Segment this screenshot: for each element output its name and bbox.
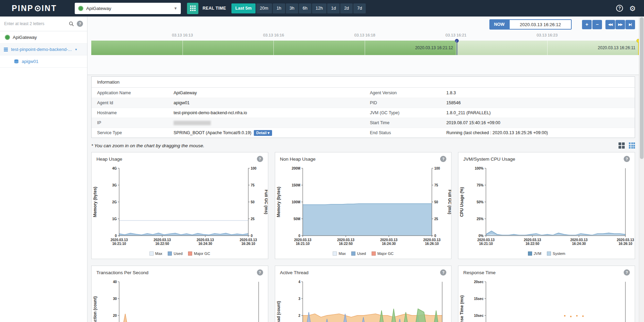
calendar-button[interactable] <box>187 3 198 14</box>
sidebar-item-agent[interactable]: apigw01 <box>0 55 87 68</box>
timeline-start-handle[interactable] <box>455 39 459 43</box>
chart-legend: MaxUsedMajor GC <box>92 251 268 259</box>
period-button-20m[interactable]: 20m <box>256 3 272 13</box>
layout-toggle-icons <box>619 142 635 149</box>
svg-text:2020.03.1316:24:30: 2020.03.1316:24:30 <box>570 238 588 246</box>
chart-plot-cpu-usage[interactable]: 0%25%50%75%100%2020.03.1316:21:102020.03… <box>458 163 634 249</box>
sidebar-item-host[interactable]: test-pinpoint-demo-backend-... ▾ <box>0 44 87 55</box>
gear-icon[interactable]: ⚙ <box>629 5 636 12</box>
chart-card-header: Heap Usage? <box>92 152 268 163</box>
svg-text:200M: 200M <box>292 167 300 170</box>
chart-title: Transactions Per Second <box>96 270 148 275</box>
chart-plot-heap-usage[interactable]: 01G2G3G4G02550751002020.03.1316:21:10202… <box>92 163 268 249</box>
sidebar-search-row: ? <box>0 17 87 31</box>
svg-text:75%: 75% <box>477 183 484 187</box>
skip-to-end-button[interactable]: ▶| <box>625 20 635 29</box>
chart-plot-non-heap-usage[interactable]: 050M100M150M200M02550751002020.03.1316:2… <box>275 163 451 249</box>
datetime-input[interactable] <box>509 19 572 30</box>
step-backward-button[interactable]: ◀◀ <box>605 20 615 29</box>
app-header: PINP INT ApiGateway ▼ REAL TIME Last 5m2… <box>0 0 644 17</box>
chart-plot-active-thread[interactable]: 01234Thread (count) <box>275 277 451 322</box>
search-input[interactable] <box>4 21 66 26</box>
timeline-tick-label: 03.13 16:13 <box>172 33 193 37</box>
chart-help-icon[interactable]: ? <box>624 156 630 162</box>
period-button-last-5m[interactable]: Last 5m <box>231 3 255 13</box>
svg-text:Full GC (ms): Full GC (ms) <box>264 190 268 214</box>
legend-item: Max <box>333 251 346 256</box>
info-label: Start Time <box>364 120 446 125</box>
redacted-ip-value <box>174 121 211 125</box>
chevron-down-icon[interactable]: ▾ <box>75 47 77 51</box>
svg-text:50: 50 <box>434 200 438 204</box>
grid-small-icon[interactable] <box>629 142 635 149</box>
period-button-2d[interactable]: 2d <box>340 3 353 13</box>
info-row: Service TypeSPRING_BOOT (Apache Tomcat/9… <box>92 128 635 138</box>
chart-plot-response-time[interactable]: 05sec10sec15sec20secResponse Time (ms) <box>458 277 634 322</box>
chart-help-icon[interactable]: ? <box>624 269 630 276</box>
svg-text:0: 0 <box>251 234 253 238</box>
timeline-tick-separator <box>456 41 456 55</box>
help-icon[interactable]: ? <box>616 5 623 12</box>
period-button-12h[interactable]: 12h <box>312 3 327 13</box>
svg-text:Transaction (count): Transaction (count) <box>93 296 97 322</box>
search-help-icon[interactable]: ? <box>77 21 83 27</box>
svg-text:4G: 4G <box>112 167 117 170</box>
search-icon[interactable] <box>69 21 74 26</box>
chart-card-cpu-usage: JVM/System CPU Usage?0%25%50%75%100%2020… <box>458 152 635 259</box>
chart-plot-tps[interactable]: 010203040Transaction (count) <box>92 277 268 322</box>
grid-large-icon[interactable] <box>619 142 625 149</box>
info-label: JVM (GC Type) <box>364 110 446 115</box>
chart-help-icon[interactable]: ? <box>257 156 263 162</box>
svg-text:2020.03.1316:22:50: 2020.03.1316:22:50 <box>154 238 171 246</box>
scrollbar-thumb[interactable] <box>640 17 644 159</box>
now-button[interactable]: NOW <box>489 19 509 30</box>
scrollbar[interactable] <box>639 17 644 322</box>
time-controls: NOW + − ◀◀ ▶▶ ▶| <box>91 19 639 30</box>
fast-forward-button[interactable]: ▶▶ <box>615 20 625 29</box>
svg-text:Response Time (ms): Response Time (ms) <box>459 295 464 322</box>
timeline-section: NOW + − ◀◀ ▶▶ ▶| 03.13 16:1303.13 16:160… <box>87 17 644 75</box>
chart-card-response-time: Response Time?05sec10sec15sec20secRespon… <box>458 266 635 322</box>
zoom-out-button[interactable]: − <box>592 20 602 29</box>
period-button-6h[interactable]: 6h <box>299 3 311 13</box>
realtime-label[interactable]: REAL TIME <box>202 6 226 11</box>
chart-card-header: Active Thread? <box>275 266 451 277</box>
chart-card-header: Non Heap Usage? <box>275 152 451 163</box>
info-value: 158546 <box>446 100 635 105</box>
chart-help-icon[interactable]: ? <box>440 269 446 276</box>
nav-button-group: ◀◀ ▶▶ ▶| <box>605 20 635 29</box>
legend-item: JVM <box>528 251 541 256</box>
sidebar: ? ApiGateway test-pinpoint-demo-backend-… <box>0 17 87 322</box>
application-selector[interactable]: ApiGateway ▼ <box>75 3 181 14</box>
info-label: PID <box>364 100 446 105</box>
period-button-7d[interactable]: 7d <box>353 3 366 13</box>
period-button-1d[interactable]: 1d <box>327 3 340 13</box>
legend-item: Used <box>168 251 183 256</box>
timeline: 03.13 16:1303.13 16:1603.13 16:1803.13 1… <box>91 33 639 55</box>
info-label: Agent Version <box>364 90 446 95</box>
svg-text:3: 3 <box>298 297 300 301</box>
period-button-1h[interactable]: 1h <box>273 3 285 13</box>
legend-item: Max <box>149 251 163 256</box>
legend-item: Major GC <box>372 251 394 256</box>
chart-help-icon[interactable]: ? <box>257 269 263 276</box>
svg-text:2020.03.1316:26:10: 2020.03.1316:26:10 <box>423 238 440 246</box>
timeline-bar[interactable]: 2020.03.13 16:21:12 2020.03.13 16:26:11 <box>91 41 639 55</box>
svg-text:3G: 3G <box>112 183 117 187</box>
timeline-boundary-line <box>457 41 457 55</box>
svg-text:30: 30 <box>113 297 117 301</box>
detail-button[interactable]: Detail ▾ <box>254 130 272 136</box>
sidebar-item-application[interactable]: ApiGateway <box>0 31 87 44</box>
chart-help-icon[interactable]: ? <box>440 156 446 162</box>
period-button-group: Last 5m20m1h3h6h12h1d2d7d <box>231 3 366 13</box>
legend-item: Major GC <box>188 251 210 256</box>
server-icon <box>14 59 19 64</box>
application-selector-value: ApiGateway <box>86 6 111 11</box>
chevron-down-icon: ▼ <box>174 6 177 10</box>
svg-text:75: 75 <box>251 183 255 187</box>
chart-title: Heap Usage <box>96 157 122 162</box>
svg-text:2020.03.1316:24:30: 2020.03.1316:24:30 <box>197 238 214 246</box>
period-button-3h[interactable]: 3h <box>286 3 298 13</box>
svg-text:75: 75 <box>434 183 438 187</box>
zoom-in-button[interactable]: + <box>582 20 592 29</box>
